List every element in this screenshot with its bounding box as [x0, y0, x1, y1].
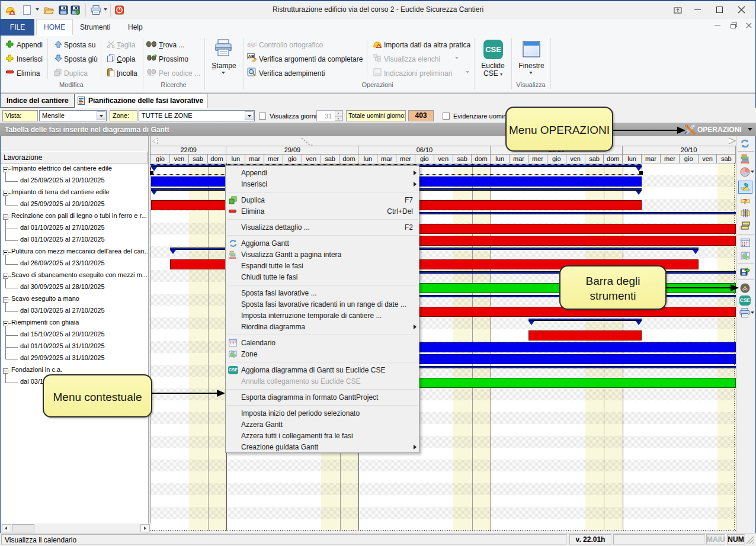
svg-text:AB: AB — [248, 54, 255, 59]
svg-text:ABC: ABC — [148, 73, 154, 76]
svg-text:?: ? — [744, 197, 748, 205]
